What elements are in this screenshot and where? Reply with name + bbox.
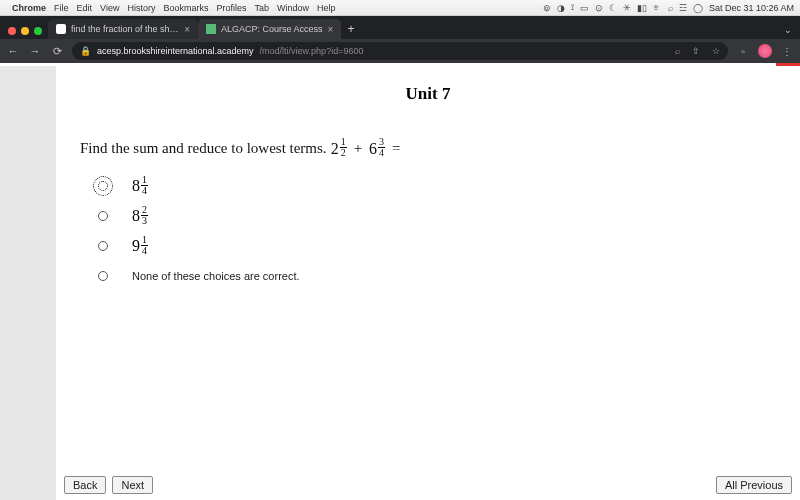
- nav-bar: Back Next All Previous: [56, 470, 800, 500]
- page: Unit 7 Find the sum and reduce to lowest…: [0, 66, 800, 500]
- mac-menubar: Chrome File Edit View History Bookmarks …: [0, 0, 800, 16]
- menubar-app-name[interactable]: Chrome: [12, 3, 46, 13]
- browser-chrome: find the fraction of the shaded × ALGACP…: [0, 16, 800, 63]
- forward-icon[interactable]: →: [28, 45, 42, 57]
- tabs-dropdown-icon[interactable]: ⌄: [784, 25, 800, 39]
- plus-sign: +: [354, 140, 362, 157]
- menu-view[interactable]: View: [100, 3, 119, 13]
- minimize-window-icon[interactable]: [21, 27, 29, 35]
- radio-button[interactable]: [98, 181, 108, 191]
- answer-choice[interactable]: 9 1 4: [98, 231, 776, 261]
- bluetooth-icon[interactable]: ⚹: [623, 2, 631, 13]
- menu-edit[interactable]: Edit: [77, 3, 93, 13]
- close-tab-icon[interactable]: ×: [184, 24, 190, 35]
- toolbar: ← → ⟳ 🔒 acesp.brookshireinternational.ac…: [0, 39, 800, 63]
- zoom-window-icon[interactable]: [34, 27, 42, 35]
- equals-sign: =: [392, 140, 400, 157]
- share-icon[interactable]: ⇧: [692, 46, 700, 56]
- status-icon[interactable]: ⊚: [543, 3, 551, 13]
- answer-choices: 8 1 4 8 2 3: [98, 171, 776, 291]
- tab-strip: find the fraction of the shaded × ALGACP…: [0, 16, 800, 39]
- battery-icon[interactable]: ▮▯: [637, 3, 647, 13]
- display-icon[interactable]: ▭: [580, 3, 589, 13]
- menu-bookmarks[interactable]: Bookmarks: [163, 3, 208, 13]
- kebab-menu-icon[interactable]: ⋮: [780, 46, 794, 57]
- wifi-icon[interactable]: ᯤ: [653, 3, 662, 13]
- choice-value: 9 1 4: [132, 236, 148, 257]
- play-icon[interactable]: ⊙: [595, 3, 603, 13]
- tab-favicon-icon: [56, 24, 66, 34]
- question-text: Find the sum and reduce to lowest terms.: [80, 140, 327, 157]
- control-center-icon[interactable]: ☲: [679, 3, 687, 13]
- url-path: /mod/lti/view.php?id=9600: [260, 46, 364, 56]
- operand-b: 6 3 4: [369, 138, 385, 159]
- tab-title: find the fraction of the shaded: [71, 24, 179, 34]
- status-icon[interactable]: ⟟: [571, 2, 574, 13]
- choice-value: 8 2 3: [132, 206, 148, 227]
- menu-window[interactable]: Window: [277, 3, 309, 13]
- profile-avatar[interactable]: [758, 44, 772, 58]
- browser-tab[interactable]: find the fraction of the shaded ×: [48, 19, 198, 39]
- menu-help[interactable]: Help: [317, 3, 336, 13]
- status-icon[interactable]: ◑: [557, 3, 565, 13]
- answer-choice[interactable]: 8 2 3: [98, 201, 776, 231]
- extensions-icon[interactable]: ▫: [736, 46, 750, 57]
- menu-file[interactable]: File: [54, 3, 69, 13]
- reload-icon[interactable]: ⟳: [50, 45, 64, 58]
- lock-icon: 🔒: [80, 46, 91, 56]
- back-icon[interactable]: ←: [6, 45, 20, 57]
- unit-title: Unit 7: [80, 84, 776, 104]
- question-stem: Find the sum and reduce to lowest terms.…: [80, 138, 776, 159]
- browser-tab[interactable]: ALGACP: Course Access ×: [198, 19, 341, 39]
- search-in-url-icon[interactable]: ⌕: [675, 46, 680, 56]
- radio-button[interactable]: [98, 271, 108, 281]
- siri-icon[interactable]: ◯: [693, 3, 703, 13]
- bookmark-icon[interactable]: ☆: [712, 46, 720, 56]
- choice-value: None of these choices are correct.: [132, 270, 300, 282]
- choice-value: 8 1 4: [132, 176, 148, 197]
- close-window-icon[interactable]: [8, 27, 16, 35]
- address-bar[interactable]: 🔒 acesp.brookshireinternational.academy/…: [72, 42, 728, 60]
- left-gutter: [0, 66, 56, 500]
- menu-profiles[interactable]: Profiles: [216, 3, 246, 13]
- menu-history[interactable]: History: [127, 3, 155, 13]
- moon-icon[interactable]: ☾: [609, 3, 617, 13]
- all-previous-button[interactable]: All Previous: [716, 476, 792, 494]
- new-tab-button[interactable]: +: [341, 22, 360, 39]
- search-icon[interactable]: ⌕: [668, 3, 673, 13]
- url-host: acesp.brookshireinternational.academy: [97, 46, 254, 56]
- radio-button[interactable]: [98, 241, 108, 251]
- radio-button[interactable]: [98, 211, 108, 221]
- menubar-clock[interactable]: Sat Dec 31 10:26 AM: [709, 3, 794, 13]
- window-controls[interactable]: [6, 27, 48, 39]
- content-sheet: Unit 7 Find the sum and reduce to lowest…: [56, 66, 800, 500]
- tab-favicon-icon: [206, 24, 216, 34]
- operand-a: 2 1 2: [331, 138, 347, 159]
- next-button[interactable]: Next: [112, 476, 153, 494]
- close-tab-icon[interactable]: ×: [328, 24, 334, 35]
- tab-title: ALGACP: Course Access: [221, 24, 323, 34]
- answer-choice[interactable]: 8 1 4: [98, 171, 776, 201]
- menu-tab[interactable]: Tab: [254, 3, 269, 13]
- back-button[interactable]: Back: [64, 476, 106, 494]
- answer-choice[interactable]: None of these choices are correct.: [98, 261, 776, 291]
